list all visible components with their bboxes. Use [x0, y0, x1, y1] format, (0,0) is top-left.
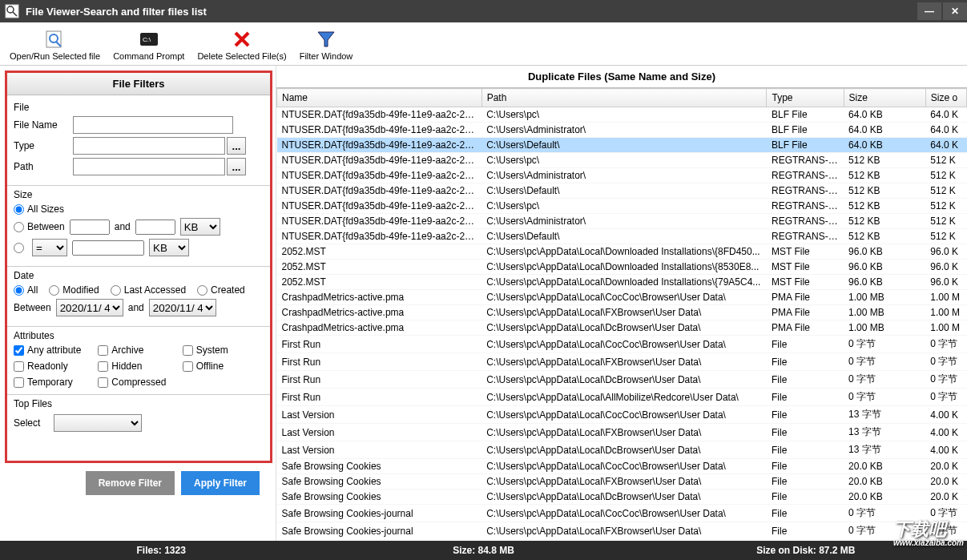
table-row[interactable]: Safe Browsing CookiesC:\Users\pc\AppData…: [277, 474, 967, 489]
file-label: File: [14, 102, 73, 113]
temporary-checkbox[interactable]: Temporary: [14, 377, 95, 388]
table-row[interactable]: Safe Browsing CookiesC:\Users\pc\AppData…: [277, 459, 967, 474]
top-files-label: Top Files: [14, 398, 264, 409]
table-row[interactable]: CrashpadMetrics-active.pmaC:\Users\pc\Ap…: [277, 305, 967, 320]
status-size: Size: 84.8 MB: [322, 545, 644, 556]
col-header-path[interactable]: Path: [481, 89, 767, 107]
cell-type: File: [767, 489, 844, 505]
apply-filter-button[interactable]: Apply Filter: [181, 471, 260, 495]
table-row[interactable]: CrashpadMetrics-active.pmaC:\Users\pc\Ap…: [277, 290, 967, 305]
command-prompt-button[interactable]: C:\ Command Prompt: [108, 26, 189, 63]
cell-size: 1.00 MB: [844, 305, 925, 320]
size-op-select[interactable]: =: [32, 239, 67, 256]
col-header-sizeo[interactable]: Size o: [925, 89, 966, 107]
cell-path: C:\Users\pc\: [481, 199, 767, 214]
filter-label: Filter Window: [300, 51, 353, 61]
cell-name: CrashpadMetrics-active.pma: [277, 320, 482, 336]
table-row[interactable]: NTUSER.DAT{fd9a35db-49fe-11e9-aa2c-248a.…: [277, 168, 967, 183]
cell-size: 13 字节: [844, 441, 925, 459]
cell-sizeo: 64.0 K: [925, 138, 966, 153]
col-header-size[interactable]: Size: [844, 89, 925, 107]
cell-size: 0 字节: [844, 505, 925, 522]
readonly-checkbox[interactable]: Readonly: [14, 361, 95, 372]
open-run-button[interactable]: Open/Run Selected file: [5, 26, 105, 63]
path-browse-button[interactable]: ...: [227, 158, 246, 175]
remove-filter-button[interactable]: Remove Filter: [86, 471, 175, 495]
offline-checkbox[interactable]: Offline: [183, 361, 264, 372]
cell-size: 64.0 KB: [844, 107, 925, 123]
compressed-checkbox[interactable]: Compressed: [98, 377, 179, 388]
cell-name: Safe Browsing Cookies: [277, 474, 482, 489]
type-input[interactable]: [73, 137, 225, 155]
table-row[interactable]: NTUSER.DAT{fd9a35db-49fe-11e9-aa2c-248a.…: [277, 107, 967, 123]
delete-selected-button[interactable]: Delete Selected File(s): [192, 26, 291, 63]
cell-size: 96.0 KB: [844, 275, 925, 290]
minimize-button[interactable]: —: [917, 2, 941, 20]
top-files-select[interactable]: [54, 414, 142, 432]
table-row[interactable]: 2052.MSTC:\Users\pc\AppData\Local\Downlo…: [277, 260, 967, 275]
cell-type: REGTRANS-MS ...: [767, 214, 844, 229]
col-header-name[interactable]: Name: [277, 89, 482, 107]
size-unit-select[interactable]: KB: [180, 218, 220, 236]
filter-window-button[interactable]: Filter Window: [295, 26, 358, 63]
filename-input[interactable]: [73, 116, 233, 134]
table-row[interactable]: Safe Browsing Cookies-journalC:\Users\pc…: [277, 505, 967, 522]
table-row[interactable]: CrashpadMetrics-active.pmaC:\Users\pc\Ap…: [277, 320, 967, 336]
size-value-input[interactable]: [72, 240, 144, 256]
hidden-checkbox[interactable]: Hidden: [98, 361, 179, 372]
cell-name: Last Version: [277, 424, 482, 441]
type-browse-button[interactable]: ...: [227, 137, 246, 155]
table-row[interactable]: 2052.MSTC:\Users\pc\AppData\Local\Downlo…: [277, 275, 967, 290]
size-to-input[interactable]: [135, 220, 175, 235]
table-row[interactable]: Last VersionC:\Users\pc\AppData\Local\Dc…: [277, 441, 967, 459]
archive-checkbox[interactable]: Archive: [98, 344, 179, 356]
cell-size: 13 字节: [844, 406, 925, 424]
cell-sizeo: 512 K: [925, 153, 966, 168]
any-attribute-checkbox[interactable]: Any attribute: [14, 344, 95, 356]
cell-name: NTUSER.DAT{fd9a35db-49fe-11e9-aa2c-248a.…: [277, 183, 482, 199]
table-row[interactable]: NTUSER.DAT{fd9a35db-49fe-11e9-aa2c-248a.…: [277, 138, 967, 153]
cell-type: MST File: [767, 260, 844, 275]
table-row[interactable]: Safe Browsing Cookies-journalC:\Users\pc…: [277, 522, 967, 540]
table-row[interactable]: NTUSER.DAT{fd9a35db-49fe-11e9-aa2c-248a.…: [277, 199, 967, 214]
file-table[interactable]: Name Path Type Size Size o NTUSER.DAT{fd…: [276, 87, 967, 541]
cell-sizeo: 96.0 K: [925, 275, 966, 290]
cell-size: 20.0 KB: [844, 474, 925, 489]
cell-sizeo: 64.0 K: [925, 123, 966, 138]
all-sizes-radio[interactable]: All Sizes: [14, 203, 64, 215]
table-row[interactable]: Last VersionC:\Users\pc\AppData\Local\FX…: [277, 424, 967, 441]
status-bar: Files: 1323 Size: 84.8 MB Size on Disk: …: [0, 541, 967, 560]
col-header-type[interactable]: Type: [767, 89, 844, 107]
size-compare-radio[interactable]: [14, 243, 27, 253]
table-row[interactable]: First RunC:\Users\pc\AppData\Local\FXBro…: [277, 353, 967, 371]
path-label: Path: [14, 161, 73, 172]
date-modified-radio[interactable]: Modified: [49, 284, 99, 296]
date-all-radio[interactable]: All: [14, 284, 38, 296]
table-row[interactable]: First RunC:\Users\pc\AppData\Local\DcBro…: [277, 371, 967, 389]
date-from-input[interactable]: 2020/11/ 4: [56, 299, 123, 316]
table-row[interactable]: Safe Browsing CookiesC:\Users\pc\AppData…: [277, 489, 967, 505]
cell-sizeo: 512 K: [925, 229, 966, 244]
table-row[interactable]: NTUSER.DAT{fd9a35db-49fe-11e9-aa2c-248a.…: [277, 214, 967, 229]
size-unit2-select[interactable]: KB: [149, 239, 189, 256]
date-to-input[interactable]: 2020/11/ 4: [149, 299, 216, 316]
date-last-accessed-radio[interactable]: Last Accessed: [111, 284, 186, 296]
table-row[interactable]: NTUSER.DAT{fd9a35db-49fe-11e9-aa2c-248a.…: [277, 153, 967, 168]
table-row[interactable]: 2052.MSTC:\Users\pc\AppData\Local\Downlo…: [277, 244, 967, 260]
table-row[interactable]: NTUSER.DAT{fd9a35db-49fe-11e9-aa2c-248a.…: [277, 123, 967, 138]
date-created-radio[interactable]: Created: [197, 284, 245, 296]
between-size-radio[interactable]: Between: [14, 221, 65, 232]
table-row[interactable]: Last VersionC:\Users\pc\AppData\Local\Co…: [277, 406, 967, 424]
table-row[interactable]: NTUSER.DAT{fd9a35db-49fe-11e9-aa2c-248a.…: [277, 183, 967, 199]
cell-size: 0 字节: [844, 371, 925, 389]
path-input[interactable]: [73, 158, 225, 175]
close-button[interactable]: ✕: [943, 2, 967, 20]
cell-type: REGTRANS-MS ...: [767, 199, 844, 214]
table-row[interactable]: First RunC:\Users\pc\AppData\Local\CocCo…: [277, 336, 967, 353]
status-files: Files: 1323: [0, 545, 322, 556]
table-row[interactable]: First RunC:\Users\pc\AppData\Local\AllMo…: [277, 389, 967, 406]
size-from-input[interactable]: [70, 220, 110, 235]
cell-name: NTUSER.DAT{fd9a35db-49fe-11e9-aa2c-248a.…: [277, 199, 482, 214]
system-checkbox[interactable]: System: [183, 344, 264, 356]
table-row[interactable]: NTUSER.DAT{fd9a35db-49fe-11e9-aa2c-248a.…: [277, 229, 967, 244]
